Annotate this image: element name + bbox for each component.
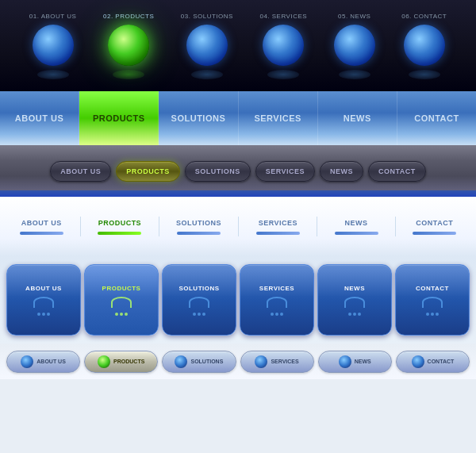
minimal-nav-contact[interactable]: CONTACT: [406, 219, 463, 235]
nav-ball-products[interactable]: 02. PRODUCTS: [103, 13, 154, 79]
flat-nav-contact[interactable]: CONTACT: [397, 91, 476, 145]
ball-reflection-services: [267, 70, 299, 79]
tile-icon-products: [111, 297, 132, 308]
tile-dot: [358, 313, 361, 316]
bottom-nav-contact[interactable]: CONTACT: [396, 351, 470, 373]
minimal-label-solutions: SOLUTIONS: [176, 219, 221, 227]
tile-nav-products[interactable]: PRODUCTS: [84, 264, 159, 336]
pill-nav-solutions[interactable]: SOLUTIONS: [185, 161, 251, 182]
pill-nav-services[interactable]: SERVICES: [255, 161, 315, 182]
pill-nav-products[interactable]: PRODUCTS: [116, 161, 180, 182]
minimal-label-news: NEWS: [345, 219, 368, 227]
pill-nav-news[interactable]: NEWS: [320, 161, 363, 182]
bottom-sphere-contact: [412, 355, 424, 368]
bottom-sphere-services: [255, 355, 267, 368]
ball-label-news: 05. NEWS: [338, 13, 370, 20]
minimal-nav-about[interactable]: ABOUT US: [13, 219, 70, 235]
flat-nav-products[interactable]: PRODUCTS: [79, 91, 159, 145]
minimal-label-services: SERVICES: [259, 219, 298, 227]
minimal-sep-3: [238, 217, 239, 236]
tile-dot: [193, 313, 196, 316]
tile-dot: [275, 313, 278, 316]
tile-nav-contact[interactable]: CONTACT: [395, 264, 470, 336]
ball-sphere-contact: [404, 25, 445, 66]
bottom-nav-section: ABOUT US PRODUCTS SOLUTIONS SERVICES NEW…: [0, 344, 476, 379]
tile-label-about: ABOUT US: [25, 285, 62, 292]
tile-nav-services[interactable]: SERVICES: [240, 264, 314, 336]
minimal-nav-products[interactable]: PRODUCTS: [91, 219, 148, 235]
minimal-sep-5: [395, 217, 396, 236]
tile-nav-solutions[interactable]: SOLUTIONS: [162, 264, 236, 336]
minimal-bar-products: [98, 232, 141, 235]
bottom-nav-solutions[interactable]: SOLUTIONS: [162, 351, 236, 373]
ball-reflection-contact: [409, 70, 440, 79]
nav-ball-about[interactable]: 01. ABOUT US: [29, 13, 77, 79]
minimal-label-contact: CONTACT: [416, 219, 453, 227]
nav-ball-news[interactable]: 05. NEWS: [334, 13, 375, 79]
tile-icon-contact: [422, 297, 443, 308]
nav-ball-contact[interactable]: 06. CONTACT: [401, 13, 447, 79]
minimal-sep-4: [317, 217, 317, 236]
pill-nav-contact[interactable]: CONTACT: [368, 161, 426, 182]
pill-nav-section: ABOUT US PRODUCTS SOLUTIONS SERVICES NEW…: [0, 145, 476, 197]
minimal-sep-2: [159, 217, 159, 236]
tile-dot: [115, 313, 118, 316]
tile-dot: [47, 313, 50, 316]
tile-label-products: PRODUCTS: [102, 285, 141, 292]
nav-ball-solutions[interactable]: 03. SOLUTIONS: [181, 13, 233, 79]
minimal-nav-section: ABOUT US PRODUCTS SOLUTIONS SERVICES NEW…: [0, 197, 476, 256]
flat-nav-solutions[interactable]: SOLUTIONS: [159, 91, 238, 145]
bottom-nav-news[interactable]: NEWS: [318, 351, 392, 373]
flat-nav-services[interactable]: SERVICES: [239, 91, 318, 145]
ball-reflection-news: [339, 70, 370, 79]
tile-icon-news: [344, 297, 365, 308]
tile-dots-products: [112, 313, 131, 316]
tile-dot: [42, 313, 45, 316]
tile-icon-solutions: [189, 297, 209, 308]
tile-dot: [280, 313, 283, 316]
bottom-label-solutions: SOLUTIONS: [190, 359, 223, 364]
flat-nav-news[interactable]: NEWS: [318, 91, 397, 145]
minimal-nav-solutions[interactable]: SOLUTIONS: [170, 219, 228, 235]
ball-sphere-services: [263, 25, 304, 66]
nav-ball-services[interactable]: 04. SERVICES: [259, 13, 307, 79]
pill-nav-about[interactable]: ABOUT US: [50, 161, 111, 182]
bottom-sphere-products: [98, 355, 110, 368]
balls-nav-container: 01. ABOUT US 02. PRODUCTS 03. SOLUTIONS …: [16, 13, 460, 79]
tile-dot: [353, 313, 356, 316]
ball-label-solutions: 03. SOLUTIONS: [181, 13, 233, 20]
ball-sphere-solutions: [186, 25, 228, 66]
minimal-bar-about: [20, 232, 63, 235]
pills-nav-container: ABOUT US PRODUCTS SOLUTIONS SERVICES NEW…: [50, 161, 426, 182]
tile-dot: [202, 313, 205, 316]
tile-nav-news[interactable]: NEWS: [317, 264, 392, 336]
flat-nav-section: ABOUT US PRODUCTS SOLUTIONS SERVICES NEW…: [0, 91, 476, 145]
minimal-nav-services[interactable]: SERVICES: [250, 219, 306, 235]
bottom-nav-services[interactable]: SERVICES: [240, 351, 314, 373]
tile-dot: [125, 313, 128, 316]
minimal-bar-services: [256, 232, 300, 235]
tile-dot: [436, 313, 439, 316]
minimal-bar-solutions: [177, 232, 221, 235]
tile-dot: [348, 313, 351, 316]
ball-label-about: 01. ABOUT US: [29, 13, 77, 20]
tile-dots-contact: [423, 313, 442, 316]
tile-dot: [431, 313, 434, 316]
flat-nav-about[interactable]: ABOUT US: [0, 91, 79, 145]
tile-dot: [120, 313, 123, 316]
minimal-bar-news: [335, 232, 378, 235]
tile-nav-about[interactable]: ABOUT US: [6, 264, 81, 336]
bottom-nav-products[interactable]: PRODUCTS: [84, 351, 158, 373]
bottom-label-services: SERVICES: [271, 359, 298, 364]
tile-dots-services: [267, 313, 286, 316]
ball-reflection-about: [37, 70, 69, 79]
ball-nav-section: 01. ABOUT US 02. PRODUCTS 03. SOLUTIONS …: [0, 0, 476, 91]
tile-label-contact: CONTACT: [416, 285, 449, 292]
minimal-label-about: ABOUT US: [21, 219, 62, 227]
tile-dot: [37, 313, 40, 316]
bottom-sphere-solutions: [175, 355, 187, 368]
tile-dots-news: [345, 313, 364, 316]
bottom-nav-about[interactable]: ABOUT US: [6, 351, 80, 373]
tile-dots-solutions: [190, 313, 209, 316]
minimal-nav-news[interactable]: NEWS: [328, 219, 385, 235]
